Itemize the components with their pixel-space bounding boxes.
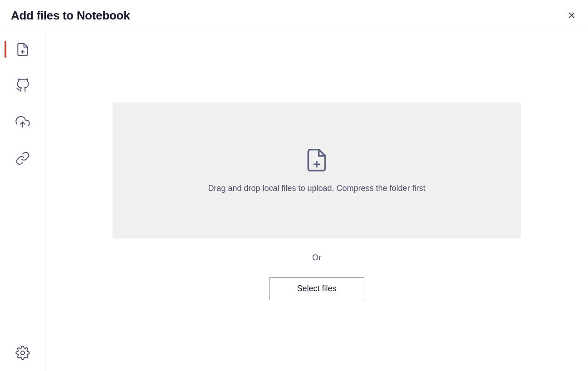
github-icon	[15, 78, 30, 93]
drop-zone-icon	[304, 147, 329, 175]
close-button[interactable]: ×	[566, 7, 577, 24]
cloud-upload-icon	[15, 115, 30, 129]
dialog: Add files to Notebook ×	[0, 0, 588, 371]
sidebar-item-new-file[interactable]	[12, 39, 34, 60]
sidebar-item-github[interactable]	[12, 75, 34, 97]
sidebar	[0, 31, 45, 371]
link-icon	[15, 151, 30, 166]
svg-point-3	[21, 351, 24, 355]
new-file-icon	[15, 42, 30, 57]
settings-icon	[15, 346, 30, 360]
sidebar-item-cloud-upload[interactable]	[12, 111, 34, 133]
main-content: Drag and drop local files to upload. Com…	[45, 31, 588, 371]
sidebar-item-settings[interactable]	[12, 342, 34, 364]
drop-zone-text: Drag and drop local files to upload. Com…	[208, 184, 425, 193]
drop-zone[interactable]: Drag and drop local files to upload. Com…	[113, 103, 521, 239]
dialog-header: Add files to Notebook ×	[0, 0, 588, 31]
or-divider: Or	[312, 253, 321, 263]
sidebar-item-link[interactable]	[12, 147, 34, 169]
dialog-body: Drag and drop local files to upload. Com…	[0, 31, 588, 371]
dialog-title: Add files to Notebook	[11, 9, 130, 23]
select-files-button[interactable]: Select files	[269, 277, 364, 300]
